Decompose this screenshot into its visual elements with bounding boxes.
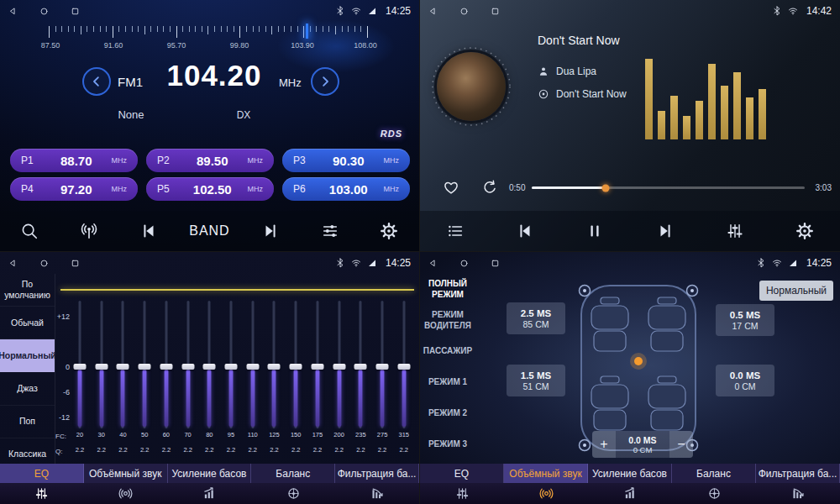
tune-icon[interactable]	[311, 215, 349, 247]
next-icon[interactable]	[646, 215, 685, 247]
eq-band-slider[interactable]	[94, 301, 109, 428]
eq-preset-normal[interactable]: Нормальный	[0, 339, 55, 372]
next-frequency-button[interactable]	[311, 67, 339, 96]
back-icon[interactable]	[8, 259, 18, 268]
preset-p1[interactable]: P1 88.70 MHz	[10, 149, 138, 172]
eq-band-slider[interactable]	[115, 301, 130, 428]
search-icon[interactable]	[10, 215, 49, 247]
eq-preset-custom[interactable]: Обычай	[0, 307, 55, 339]
tab-bass-boost[interactable]: Усиление басов	[588, 464, 672, 483]
eq-band-slider[interactable]	[288, 301, 303, 428]
frequency-ruler[interactable]: 87.50 91.60 95.70 99.80 103.90 108.00	[0, 24, 420, 55]
gear-icon[interactable]	[785, 215, 824, 247]
home-icon[interactable]	[459, 7, 469, 16]
preset-p3[interactable]: P3 90.30 MHz	[282, 149, 410, 172]
surround-speaker-icon[interactable]	[504, 483, 588, 504]
preset-p6[interactable]: P6 103.00 MHz	[282, 177, 410, 201]
eq-band-slider[interactable]	[181, 301, 196, 428]
mode-1[interactable]: РЕЖИМ 1	[420, 367, 475, 398]
listener-position-dot[interactable]	[634, 357, 643, 365]
eq-preset-jazz[interactable]: Джаз	[0, 372, 55, 405]
mode-2[interactable]: РЕЖИМ 2	[420, 398, 475, 429]
home-icon[interactable]	[459, 259, 469, 268]
preset-p5[interactable]: P5 102.50 MHz	[146, 177, 274, 201]
heart-icon[interactable]	[440, 176, 462, 198]
mode-passenger[interactable]: ПАССАЖИР	[420, 336, 475, 367]
recents-icon[interactable]	[491, 7, 500, 16]
preset-frequency: 102.50	[177, 182, 248, 197]
eq-band-slider[interactable]	[266, 301, 281, 428]
next-icon[interactable]	[251, 215, 290, 247]
eq-band-slider[interactable]	[159, 301, 174, 428]
mode-3[interactable]: РЕЖИМ 3	[420, 429, 475, 460]
pause-icon[interactable]	[575, 215, 614, 247]
prev-icon[interactable]	[506, 215, 544, 247]
bass-boost-icon[interactable]	[588, 483, 672, 504]
eq-band-slider[interactable]	[353, 301, 368, 428]
prev-frequency-button[interactable]	[82, 67, 111, 96]
gear-icon[interactable]	[370, 215, 408, 247]
back-icon[interactable]	[428, 7, 438, 16]
mode-full[interactable]: ПОЛНЫЙ РЕЖИМ	[420, 274, 475, 305]
preset-p4[interactable]: P4 97.20 MHz	[10, 177, 138, 201]
balance-icon[interactable]	[672, 483, 756, 504]
filter-icon[interactable]	[335, 483, 419, 504]
music-player-screen: 14:42 Don't Start Now Dua Lipa Don't Sta…	[420, 0, 840, 252]
eq-band-slider[interactable]	[396, 301, 412, 428]
stepper-ms: 0.0 MS	[628, 435, 656, 445]
broadcast-icon[interactable]	[70, 215, 108, 247]
eq-band-slider[interactable]	[223, 301, 239, 428]
balance-icon[interactable]	[251, 483, 335, 504]
eq-band-slider[interactable]	[72, 301, 87, 428]
home-icon[interactable]	[39, 7, 49, 16]
bluetooth-icon	[335, 6, 345, 16]
artist-name: Dua Lipa	[556, 66, 596, 77]
tab-eq[interactable]: EQ	[420, 464, 504, 483]
recents-icon[interactable]	[71, 7, 80, 16]
surround-speaker-icon[interactable]	[84, 483, 168, 504]
eq-band-slider[interactable]	[137, 301, 152, 428]
bass-boost-icon[interactable]	[168, 483, 252, 504]
increase-button[interactable]: +	[592, 431, 616, 458]
back-icon[interactable]	[428, 259, 438, 268]
eq-band-slider[interactable]	[332, 301, 347, 428]
dsp-icon-bar	[420, 483, 840, 504]
delay-rear-right[interactable]: 0.0 MS 0 CM	[716, 365, 774, 396]
player-toolbar	[420, 211, 840, 251]
progress-knob[interactable]	[601, 184, 609, 192]
home-icon[interactable]	[39, 259, 49, 268]
preset-p2[interactable]: P2 89.50 MHz	[146, 149, 274, 172]
delay-rear-left[interactable]: 1.5 MS 51 CM	[507, 365, 565, 396]
delay-front-right[interactable]: 0.5 MS 17 CM	[716, 304, 774, 336]
tab-eq[interactable]: EQ	[0, 464, 84, 483]
repeat-icon[interactable]	[479, 176, 501, 198]
eq-band-slider[interactable]	[245, 301, 260, 428]
decrease-button[interactable]: −	[669, 431, 693, 458]
progress-bar[interactable]	[532, 186, 805, 189]
back-icon[interactable]	[8, 7, 18, 16]
tab-bass-boost[interactable]: Усиление басов	[168, 464, 252, 483]
prev-icon[interactable]	[129, 215, 168, 247]
delay-front-left[interactable]: 2.5 MS 85 CM	[507, 302, 565, 334]
tab-filter[interactable]: Фильтрация ба...	[756, 464, 840, 483]
filter-icon[interactable]	[756, 483, 840, 504]
tab-balance[interactable]: Баланс	[672, 464, 756, 483]
band-button[interactable]: BAND	[189, 215, 229, 247]
tab-surround[interactable]: Объёмный звук	[504, 464, 588, 483]
eq-band-slider[interactable]	[375, 301, 390, 428]
recents-icon[interactable]	[71, 259, 80, 268]
eq-icon[interactable]	[0, 483, 84, 504]
eq-band-slider[interactable]	[310, 301, 325, 428]
eq-sliders-icon[interactable]	[716, 215, 754, 247]
recents-icon[interactable]	[491, 259, 500, 268]
profile-button[interactable]: Нормальный	[759, 281, 833, 301]
eq-band-slider[interactable]	[202, 301, 217, 428]
mode-driver[interactable]: РЕЖИМ ВОДИТЕЛЯ	[420, 305, 475, 336]
eq-icon[interactable]	[420, 483, 504, 504]
eq-preset-pop[interactable]: Поп	[0, 406, 55, 438]
eq-preset-default[interactable]: По умолчанию	[0, 274, 55, 307]
tab-surround[interactable]: Объёмный звук	[84, 464, 168, 483]
tab-filter[interactable]: Фильтрация ба...	[335, 464, 419, 483]
playlist-icon[interactable]	[436, 215, 475, 247]
tab-balance[interactable]: Баланс	[251, 464, 335, 483]
